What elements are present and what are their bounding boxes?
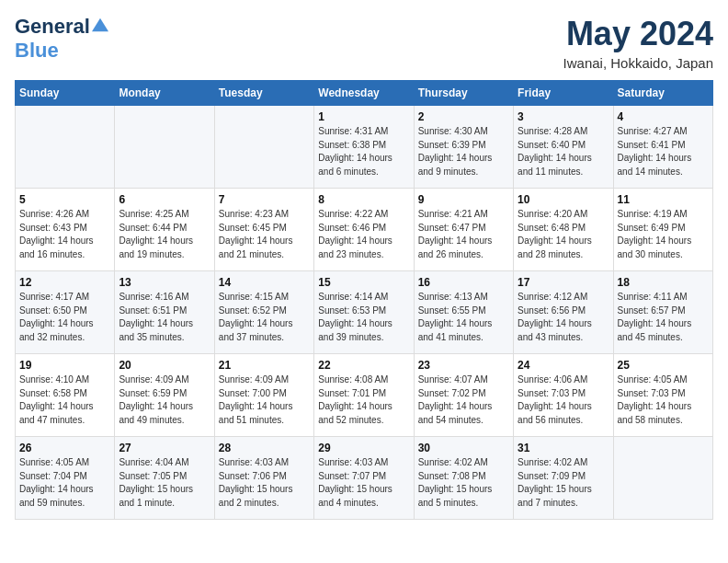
cell-info: Sunrise: 4:23 AMSunset: 6:45 PMDaylight:… [219, 208, 310, 261]
day-number: 19 [19, 359, 110, 372]
day-number: 10 [518, 193, 609, 206]
calendar-cell: 31Sunrise: 4:02 AMSunset: 7:09 PMDayligh… [514, 437, 613, 520]
day-header-wednesday: Wednesday [314, 81, 414, 106]
cell-info: Sunrise: 4:27 AMSunset: 6:41 PMDaylight:… [618, 125, 709, 178]
calendar-cell: 11Sunrise: 4:19 AMSunset: 6:49 PMDayligh… [613, 189, 712, 271]
title-section: May 2024 Iwanai, Hokkaido, Japan [563, 15, 713, 71]
day-number: 12 [19, 276, 110, 289]
calendar-cell: 10Sunrise: 4:20 AMSunset: 6:48 PMDayligh… [514, 189, 613, 271]
cell-info: Sunrise: 4:06 AMSunset: 7:03 PMDaylight:… [518, 373, 609, 427]
calendar-cell: 14Sunrise: 4:15 AMSunset: 6:52 PMDayligh… [214, 271, 313, 354]
day-number: 31 [518, 442, 609, 454]
calendar-cell [115, 106, 214, 189]
calendar-cell [613, 437, 712, 520]
day-header-friday: Friday [514, 81, 613, 106]
day-number: 28 [219, 442, 310, 454]
location-title: Iwanai, Hokkaido, Japan [563, 55, 713, 71]
month-title: May 2024 [563, 15, 713, 53]
cell-info: Sunrise: 4:14 AMSunset: 6:53 PMDaylight:… [318, 291, 409, 344]
week-row-3: 12Sunrise: 4:17 AMSunset: 6:50 PMDayligh… [16, 271, 713, 354]
day-number: 9 [418, 193, 509, 206]
calendar-cell: 1Sunrise: 4:31 AMSunset: 6:38 PMDaylight… [314, 106, 414, 189]
calendar-cell: 20Sunrise: 4:09 AMSunset: 6:59 PMDayligh… [115, 354, 214, 437]
cell-info: Sunrise: 4:09 AMSunset: 7:00 PMDaylight:… [219, 373, 310, 427]
day-number: 17 [518, 276, 609, 289]
cell-info: Sunrise: 4:13 AMSunset: 6:55 PMDaylight:… [418, 291, 509, 344]
day-number: 5 [19, 193, 110, 206]
day-number: 18 [618, 276, 709, 289]
cell-info: Sunrise: 4:12 AMSunset: 6:56 PMDaylight:… [518, 291, 609, 344]
calendar-cell [16, 106, 115, 189]
week-row-4: 19Sunrise: 4:10 AMSunset: 6:58 PMDayligh… [16, 354, 713, 437]
calendar-cell: 2Sunrise: 4:30 AMSunset: 6:39 PMDaylight… [414, 106, 513, 189]
cell-info: Sunrise: 4:03 AMSunset: 7:06 PMDaylight:… [219, 456, 310, 510]
day-number: 7 [219, 193, 310, 206]
calendar-cell: 27Sunrise: 4:04 AMSunset: 7:05 PMDayligh… [115, 437, 214, 520]
day-number: 25 [618, 359, 709, 372]
day-header-thursday: Thursday [414, 81, 513, 106]
calendar-table: SundayMondayTuesdayWednesdayThursdayFrid… [15, 80, 713, 520]
day-number: 13 [119, 276, 210, 289]
day-number: 29 [318, 442, 409, 454]
day-number: 23 [418, 359, 509, 372]
week-row-5: 26Sunrise: 4:05 AMSunset: 7:04 PMDayligh… [16, 437, 713, 520]
day-number: 16 [418, 276, 509, 289]
logo-icon [92, 17, 108, 33]
cell-info: Sunrise: 4:21 AMSunset: 6:47 PMDaylight:… [418, 208, 509, 261]
day-number: 2 [418, 110, 509, 123]
calendar-cell: 30Sunrise: 4:02 AMSunset: 7:08 PMDayligh… [414, 437, 513, 520]
calendar-cell: 26Sunrise: 4:05 AMSunset: 7:04 PMDayligh… [16, 437, 115, 520]
logo-blue-text: Blue [15, 39, 59, 63]
day-number: 6 [119, 193, 210, 206]
calendar-cell: 29Sunrise: 4:03 AMSunset: 7:07 PMDayligh… [314, 437, 414, 520]
calendar-cell: 23Sunrise: 4:07 AMSunset: 7:02 PMDayligh… [414, 354, 513, 437]
calendar-cell: 28Sunrise: 4:03 AMSunset: 7:06 PMDayligh… [214, 437, 313, 520]
day-number: 1 [318, 110, 409, 123]
day-number: 15 [318, 276, 409, 289]
day-header-sunday: Sunday [16, 81, 115, 106]
cell-info: Sunrise: 4:05 AMSunset: 7:03 PMDaylight:… [618, 373, 709, 427]
header-row: SundayMondayTuesdayWednesdayThursdayFrid… [16, 81, 713, 106]
day-number: 22 [318, 359, 409, 372]
cell-info: Sunrise: 4:31 AMSunset: 6:38 PMDaylight:… [318, 125, 409, 178]
calendar-cell: 19Sunrise: 4:10 AMSunset: 6:58 PMDayligh… [16, 354, 115, 437]
calendar-cell: 7Sunrise: 4:23 AMSunset: 6:45 PMDaylight… [214, 189, 313, 271]
cell-info: Sunrise: 4:17 AMSunset: 6:50 PMDaylight:… [19, 291, 110, 344]
calendar-cell: 12Sunrise: 4:17 AMSunset: 6:50 PMDayligh… [16, 271, 115, 354]
cell-info: Sunrise: 4:25 AMSunset: 6:44 PMDaylight:… [119, 208, 210, 261]
cell-info: Sunrise: 4:02 AMSunset: 7:08 PMDaylight:… [418, 456, 509, 510]
calendar-cell: 18Sunrise: 4:11 AMSunset: 6:57 PMDayligh… [613, 271, 712, 354]
cell-info: Sunrise: 4:08 AMSunset: 7:01 PMDaylight:… [318, 373, 409, 427]
day-number: 26 [19, 442, 110, 454]
cell-info: Sunrise: 4:26 AMSunset: 6:43 PMDaylight:… [19, 208, 110, 261]
cell-info: Sunrise: 4:28 AMSunset: 6:40 PMDaylight:… [518, 125, 609, 178]
calendar-cell: 22Sunrise: 4:08 AMSunset: 7:01 PMDayligh… [314, 354, 414, 437]
cell-info: Sunrise: 4:02 AMSunset: 7:09 PMDaylight:… [518, 456, 609, 510]
day-header-tuesday: Tuesday [214, 81, 313, 106]
cell-info: Sunrise: 4:09 AMSunset: 6:59 PMDaylight:… [119, 373, 210, 427]
calendar-cell: 6Sunrise: 4:25 AMSunset: 6:44 PMDaylight… [115, 189, 214, 271]
cell-info: Sunrise: 4:30 AMSunset: 6:39 PMDaylight:… [418, 125, 509, 178]
day-number: 4 [618, 110, 709, 123]
cell-info: Sunrise: 4:07 AMSunset: 7:02 PMDaylight:… [418, 373, 509, 427]
day-number: 11 [618, 193, 709, 206]
logo-general-text: General [15, 15, 90, 39]
day-number: 3 [518, 110, 609, 123]
cell-info: Sunrise: 4:11 AMSunset: 6:57 PMDaylight:… [618, 291, 709, 344]
svg-marker-0 [92, 18, 108, 31]
day-number: 24 [518, 359, 609, 372]
page-header: General Blue May 2024 Iwanai, Hokkaido, … [15, 15, 713, 71]
cell-info: Sunrise: 4:10 AMSunset: 6:58 PMDaylight:… [19, 373, 110, 427]
calendar-cell: 25Sunrise: 4:05 AMSunset: 7:03 PMDayligh… [613, 354, 712, 437]
cell-info: Sunrise: 4:19 AMSunset: 6:49 PMDaylight:… [618, 208, 709, 261]
cell-info: Sunrise: 4:04 AMSunset: 7:05 PMDaylight:… [119, 456, 210, 510]
calendar-cell: 21Sunrise: 4:09 AMSunset: 7:00 PMDayligh… [214, 354, 313, 437]
week-row-2: 5Sunrise: 4:26 AMSunset: 6:43 PMDaylight… [16, 189, 713, 271]
logo: General Blue [15, 15, 108, 63]
cell-info: Sunrise: 4:22 AMSunset: 6:46 PMDaylight:… [318, 208, 409, 261]
day-number: 30 [418, 442, 509, 454]
calendar-cell: 9Sunrise: 4:21 AMSunset: 6:47 PMDaylight… [414, 189, 513, 271]
calendar-cell: 8Sunrise: 4:22 AMSunset: 6:46 PMDaylight… [314, 189, 414, 271]
day-number: 8 [318, 193, 409, 206]
calendar-cell: 13Sunrise: 4:16 AMSunset: 6:51 PMDayligh… [115, 271, 214, 354]
